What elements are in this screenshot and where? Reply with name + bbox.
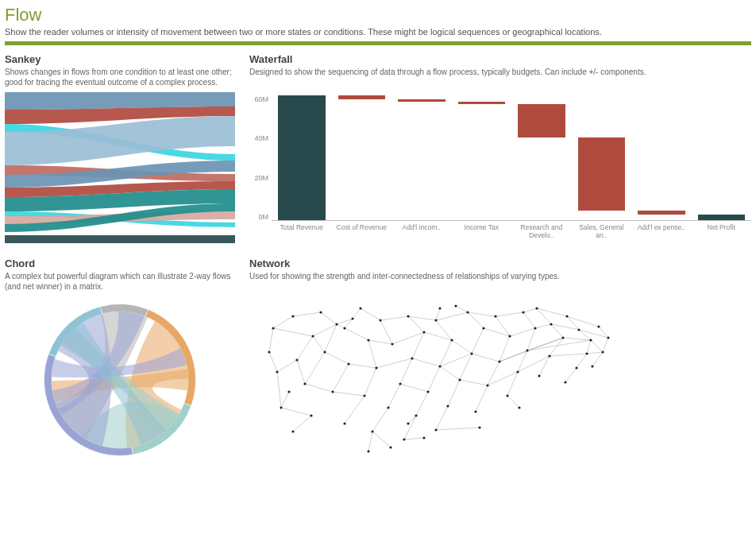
svg-point-167 — [585, 352, 588, 354]
svg-line-75 — [565, 368, 577, 382]
svg-point-129 — [363, 394, 365, 397]
svg-line-8 — [325, 352, 349, 364]
svg-line-60 — [507, 372, 518, 396]
svg-line-19 — [380, 320, 392, 344]
svg-line-32 — [408, 316, 436, 320]
svg-line-10 — [305, 384, 333, 392]
chart-grid: Sankey Shows changes in flows from one c… — [5, 53, 751, 463]
svg-line-55 — [472, 354, 499, 362]
svg-line-18 — [361, 308, 380, 320]
svg-point-147 — [446, 404, 449, 407]
svg-line-47 — [452, 340, 472, 354]
svg-point-150 — [508, 335, 511, 337]
svg-line-53 — [476, 385, 488, 412]
svg-point-169 — [564, 381, 566, 383]
svg-line-31 — [408, 316, 424, 332]
waterfall-xlabel: Net Profit — [692, 223, 752, 243]
svg-point-151 — [498, 360, 500, 362]
sankey-description: Shows changes in flows from one conditio… — [5, 67, 235, 87]
svg-line-79 — [599, 327, 608, 338]
svg-line-94 — [380, 316, 408, 320]
waterfall-ytick: 20M — [249, 174, 268, 182]
svg-point-124 — [291, 430, 294, 432]
svg-point-155 — [534, 327, 536, 329]
svg-line-90 — [368, 432, 372, 451]
waterfall-bar — [518, 104, 565, 137]
svg-line-43 — [472, 328, 484, 354]
svg-line-102 — [587, 352, 603, 354]
svg-point-165 — [577, 328, 580, 331]
svg-line-30 — [372, 408, 388, 432]
page-title: Flow — [5, 5, 751, 25]
waterfall-bar — [578, 137, 626, 211]
svg-point-116 — [303, 382, 306, 385]
svg-point-117 — [280, 406, 282, 408]
waterfall-bar — [638, 211, 685, 215]
svg-line-81 — [592, 352, 603, 366]
svg-line-63 — [523, 308, 537, 312]
svg-line-5 — [313, 336, 325, 352]
svg-point-126 — [379, 319, 381, 321]
svg-line-14 — [269, 328, 273, 352]
svg-point-130 — [343, 422, 345, 424]
svg-point-134 — [399, 382, 401, 385]
svg-point-125 — [359, 307, 361, 309]
svg-line-107 — [527, 340, 591, 350]
svg-point-164 — [565, 315, 568, 317]
waterfall-ytick: 40M — [249, 134, 268, 142]
svg-point-171 — [607, 336, 609, 339]
svg-line-99 — [488, 372, 518, 385]
svg-line-100 — [518, 356, 550, 372]
svg-line-77 — [563, 338, 591, 340]
svg-point-139 — [438, 365, 441, 367]
svg-point-121 — [347, 362, 349, 365]
svg-point-118 — [268, 350, 270, 353]
waterfall-xlabel: Sales, General an.. — [572, 223, 632, 243]
svg-point-175 — [454, 304, 457, 307]
svg-line-45 — [448, 380, 460, 406]
waterfall-xlabel: Research and Develo.. — [511, 223, 572, 243]
svg-line-33 — [436, 320, 452, 340]
panel-sankey: Sankey Shows changes in flows from one c… — [5, 53, 235, 243]
svg-point-122 — [331, 390, 334, 393]
svg-line-67 — [539, 356, 550, 376]
svg-point-133 — [411, 357, 413, 359]
svg-point-109 — [291, 315, 294, 317]
chord-description: A complex but powerful diagram which can… — [5, 271, 235, 292]
header-divider — [5, 41, 751, 45]
svg-point-137 — [434, 319, 437, 321]
svg-line-104 — [305, 352, 325, 384]
chord-title: Chord — [5, 257, 235, 269]
svg-line-21 — [368, 340, 376, 368]
svg-point-148 — [434, 428, 437, 431]
sankey-title: Sankey — [5, 53, 235, 65]
svg-line-98 — [460, 380, 488, 385]
svg-line-101 — [550, 354, 587, 356]
svg-line-58 — [527, 328, 535, 350]
svg-line-2 — [293, 312, 321, 316]
waterfall-ytick: 0M — [249, 213, 268, 221]
svg-line-1 — [273, 328, 313, 336]
svg-line-28 — [400, 358, 412, 384]
svg-point-158 — [506, 394, 508, 397]
svg-point-170 — [597, 325, 600, 327]
svg-line-56 — [496, 312, 523, 316]
svg-line-40 — [400, 384, 428, 392]
svg-line-20 — [368, 340, 392, 344]
svg-line-42 — [468, 312, 484, 328]
svg-line-70 — [537, 308, 567, 316]
svg-point-113 — [319, 311, 322, 313]
svg-point-112 — [276, 370, 278, 373]
svg-point-146 — [458, 378, 461, 381]
svg-point-157 — [516, 370, 519, 373]
svg-point-174 — [438, 307, 441, 309]
svg-point-138 — [450, 339, 453, 341]
svg-line-4 — [277, 360, 297, 372]
svg-line-86 — [408, 416, 416, 424]
svg-line-24 — [345, 396, 364, 424]
svg-line-23 — [333, 392, 364, 396]
svg-point-166 — [589, 339, 592, 341]
svg-point-176 — [407, 422, 409, 424]
svg-line-95 — [325, 324, 337, 352]
svg-point-162 — [548, 354, 550, 357]
